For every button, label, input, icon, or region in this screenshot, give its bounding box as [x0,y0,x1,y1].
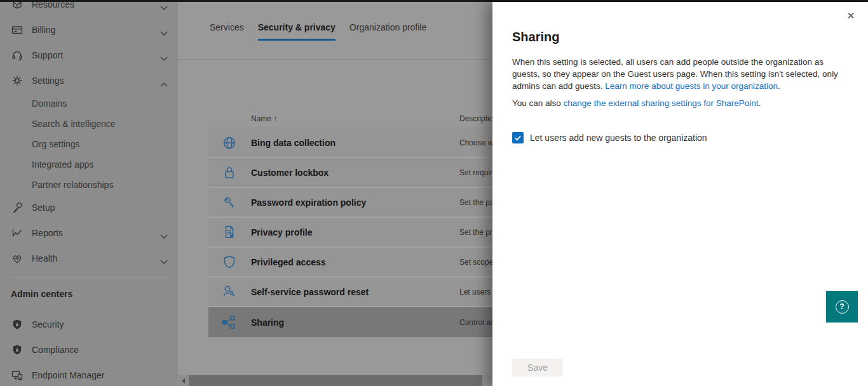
sidebar-item-resources[interactable]: Resources [0,2,178,17]
sidebar-item-security[interactable]: Security [0,312,178,337]
sharing-panel: ✕ Sharing When this setting is selected,… [492,2,868,386]
sidebar-item-compliance[interactable]: Compliance [0,337,178,363]
checkmark-icon [514,134,522,142]
sidebar-item-domains[interactable]: Domains [0,93,178,114]
reports-chart-icon [11,227,24,239]
sidebar-item-label: Health [32,253,160,263]
chevron-down-icon [160,230,168,236]
share-nodes-icon [208,314,251,331]
checkbox-checked[interactable] [512,132,524,143]
sidebar-item-label: Setup [32,203,168,213]
checkbox-label: Let users add new guests to the organiza… [530,133,707,143]
sidebar-item-settings[interactable]: Settings [0,68,178,93]
settings-gear-icon [11,74,24,87]
learn-more-guests-link[interactable]: Learn more about guests in your organiza… [605,81,778,91]
sidebar-item-label: Support [32,50,160,60]
sidebar-item-billing[interactable]: Billing [0,17,178,43]
globe-icon [208,135,251,151]
row-name: Privacy profile [251,227,459,237]
resources-icon [11,2,24,11]
sidebar-item-label: Settings [32,76,160,86]
sidebar-nav-list: Resources Billing Support [0,2,178,386]
panel-description-2: You can also change the external sharing… [512,97,849,109]
sidebar-item-support[interactable]: Support [0,43,178,68]
chevron-down-icon [160,2,168,7]
chevron-down-icon [160,27,168,32]
sort-ascending-icon: ↑ [273,114,277,123]
security-shield-icon [11,318,24,331]
row-name: Sharing [251,317,459,328]
sidebar-item-org-settings[interactable]: Org settings [0,134,178,154]
tab-services[interactable]: Services [210,21,244,41]
sidebar-item-endpoint-manager[interactable]: Endpoint Manager [0,363,178,386]
row-name: Self-service password reset [251,287,459,297]
billing-icon [11,23,24,36]
sidebar-item-health[interactable]: Health [0,246,178,271]
sidebar-item-label: Resources [32,2,160,10]
sidebar-item-setup[interactable]: Setup [0,195,178,220]
health-heart-icon [11,252,24,265]
sidebar-item-label: Security [32,319,168,329]
sidebar-item-partner-relationships[interactable]: Partner relationships [0,175,178,195]
document-person-icon [208,224,251,241]
help-icon: ? [836,300,849,314]
help-button[interactable]: ? [826,291,858,323]
sidebar-section-header: Admin centers [11,288,178,300]
chevron-down-icon [160,256,168,261]
sidebar-item-label: Reports [32,228,160,238]
sidebar-item-reports[interactable]: Reports [0,220,178,246]
sidebar-item-label: Compliance [32,345,168,355]
panel-title: Sharing [512,30,849,44]
support-headset-icon [11,49,24,62]
key-icon [208,194,251,211]
compliance-shield-icon [11,343,24,356]
chevron-down-icon [160,53,168,58]
row-name: Bing data collection [251,138,459,148]
scrollbar-thumb[interactable] [189,375,482,386]
sidebar-item-search-intelligence[interactable]: Search & intelligence [0,114,178,134]
panel-description: When this setting is selected, all users… [512,56,849,92]
sidebar-divider [10,277,168,277]
let-users-add-guests-checkbox-row[interactable]: Let users add new guests to the organiza… [512,132,849,143]
sharepoint-sharing-settings-link[interactable]: change the external sharing settings for… [564,98,759,108]
tab-organization-profile[interactable]: Organization profile [349,21,426,41]
tab-bar: Services Security & privacy Organization… [210,21,426,41]
sidebar-item-label: Billing [32,25,160,35]
scroll-left-arrow[interactable] [178,375,189,386]
save-button[interactable]: Save [512,359,563,376]
endpoint-devices-icon [11,369,24,382]
close-icon[interactable]: ✕ [844,10,857,22]
sidebar-item-label: Endpoint Manager [32,370,168,380]
sidebar-item-integrated-apps[interactable]: Integrated apps [0,154,178,175]
row-name: Password expiration policy [251,197,459,208]
lock-icon [208,164,251,181]
row-name: Privileged access [251,257,459,267]
scroll-left-arrow-icon [182,378,185,383]
column-header-name[interactable]: Name ↑ [251,114,459,123]
person-key-icon [208,284,251,300]
chevron-up-icon [160,78,168,83]
row-name: Customer lockbox [251,168,459,178]
setup-wrench-icon [11,201,24,214]
sidebar-nav: Resources Billing Support [0,2,178,386]
shield-outline-icon [208,254,251,270]
tab-security-privacy[interactable]: Security & privacy [258,21,336,41]
